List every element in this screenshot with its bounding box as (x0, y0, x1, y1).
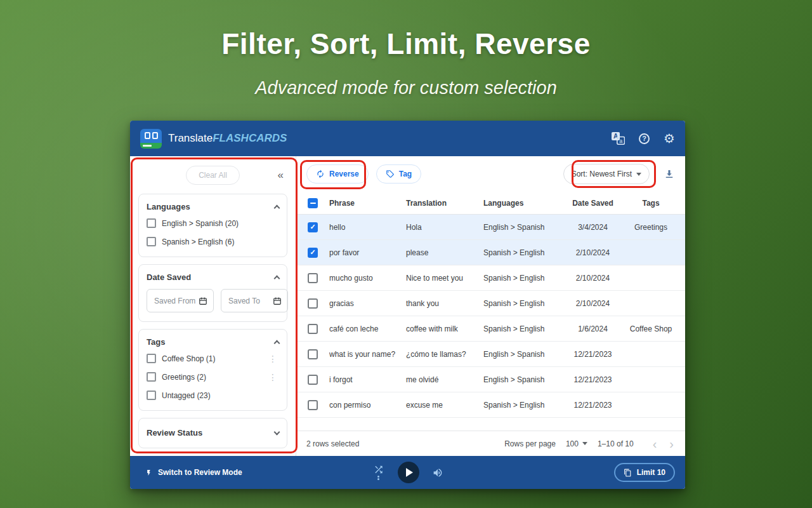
review-status-header[interactable]: Review Status (147, 426, 279, 440)
download-icon[interactable] (664, 168, 675, 180)
next-page-icon[interactable]: › (668, 438, 675, 450)
checkbox[interactable] (147, 237, 156, 246)
tag-button[interactable]: Tag (376, 164, 421, 184)
play-button[interactable] (398, 462, 419, 483)
tag-icon (386, 170, 395, 178)
row-checkbox[interactable]: ✓ (308, 222, 318, 232)
checkbox[interactable] (147, 391, 156, 400)
sidebar-top-controls: Clear All « (138, 165, 287, 185)
section-date-saved: Date Saved (138, 264, 287, 322)
languages-title: Languages (147, 202, 190, 211)
table-row[interactable]: café con lechecoffee with milkSpanish > … (296, 316, 685, 342)
reverse-label: Reverse (329, 170, 359, 178)
rows-per-page-label: Rows per page (504, 439, 556, 448)
tags-header[interactable]: Tags (147, 335, 279, 349)
calendar-icon[interactable] (199, 297, 207, 305)
row-checkbox[interactable] (308, 298, 318, 309)
table-row[interactable]: i forgotme olvidéEnglish > Spanish12/21/… (296, 367, 685, 392)
cell-languages: English > Spanish (483, 375, 564, 384)
switch-review-mode-button[interactable]: Switch to Review Mode (140, 468, 247, 478)
section-languages: Languages English > Spanish (20) Spanish… (138, 194, 287, 257)
tags-title: Tags (147, 337, 165, 347)
reverse-button[interactable]: Reverse (306, 164, 369, 184)
svg-text:a: a (619, 138, 622, 144)
review-status-title: Review Status (147, 428, 202, 438)
play-icon (406, 468, 413, 477)
select-all-checkbox[interactable] (308, 198, 318, 208)
saved-to-input[interactable] (227, 296, 273, 306)
date-saved-title: Date Saved (147, 272, 191, 282)
filter-tag-greetings[interactable]: Greetings (2) ⋮ (147, 368, 279, 386)
cell-phrase: hello (329, 223, 406, 232)
calendar-icon[interactable] (273, 297, 282, 305)
translate-icon[interactable]: A a (612, 132, 625, 145)
filter-sidebar: Clear All « Languages English > Spanish … (130, 156, 296, 456)
checkbox-label: Untagged (23) (162, 391, 211, 400)
column-header-date-saved: Date Saved (564, 199, 625, 208)
shuffle-indicator-dots (377, 475, 379, 481)
saved-from-input[interactable] (153, 296, 199, 306)
table-row[interactable]: what is your name?¿cómo te llamas?Englis… (296, 342, 685, 367)
cell-languages: Spanish > English (483, 248, 564, 257)
row-checkbox[interactable]: ✓ (308, 248, 318, 258)
row-checkbox[interactable] (308, 324, 318, 334)
table-row[interactable]: ✓por favorpleaseSpanish > English2/10/20… (296, 240, 685, 265)
more-options-icon[interactable]: ⋮ (266, 354, 279, 363)
brand-secondary: FLASHCARDS (213, 132, 287, 144)
row-checkbox[interactable] (308, 375, 318, 385)
cell-phrase: gracias (329, 299, 406, 308)
checkbox-label: English > Spanish (20) (162, 219, 239, 228)
cell-date-saved: 3/4/2024 (564, 223, 625, 232)
cell-languages: English > Spanish (483, 350, 564, 359)
settings-icon[interactable]: ⚙ (664, 132, 675, 145)
clear-all-button[interactable]: Clear All (186, 166, 240, 185)
row-checkbox[interactable] (308, 400, 318, 410)
filter-tag-coffee-shop[interactable]: Coffee Shop (1) ⋮ (147, 349, 279, 368)
app-logo (140, 129, 162, 149)
filter-tag-untagged[interactable]: Untagged (23) (147, 386, 279, 404)
checkbox[interactable] (147, 218, 156, 228)
help-icon[interactable]: ? (639, 133, 650, 144)
page-background: Filter, Sort, Limit, Reverse Advanced mo… (0, 0, 812, 508)
speaker-icon[interactable] (432, 467, 443, 478)
rows-per-page-select[interactable]: 100 (566, 439, 587, 448)
column-header-languages: Languages (483, 199, 564, 208)
caret-down-icon (582, 442, 587, 445)
cell-phrase: what is your name? (329, 350, 406, 359)
cell-languages: Spanish > English (483, 401, 564, 410)
review-mode-label: Switch to Review Mode (158, 468, 242, 477)
reverse-icon (316, 170, 325, 178)
pagination-controls: Rows per page 100 1–10 of 10 ‹ › (504, 438, 675, 450)
logo-glyphs (140, 129, 162, 143)
checkbox[interactable] (147, 372, 156, 382)
cell-date-saved: 12/21/2023 (564, 375, 625, 384)
table-row[interactable]: graciasthank youSpanish > English2/10/20… (296, 291, 685, 316)
checkbox[interactable] (147, 354, 156, 363)
column-header-translation: Translation (406, 199, 483, 208)
previous-page-icon[interactable]: ‹ (652, 438, 658, 450)
table-row[interactable]: con permisoexcuse meSpanish > English12/… (296, 392, 685, 418)
date-saved-header[interactable]: Date Saved (147, 271, 279, 284)
collapse-sidebar-icon[interactable]: « (278, 169, 284, 182)
cell-translation: me olvidé (406, 375, 483, 384)
filter-language-english-spanish[interactable]: English > Spanish (20) (147, 214, 279, 232)
sort-dropdown[interactable]: Sort: Newest First (563, 164, 650, 184)
languages-header[interactable]: Languages (147, 200, 279, 214)
table-row[interactable]: ✓helloHolaEnglish > Spanish3/4/2024Greet… (296, 215, 685, 240)
row-checkbox[interactable] (308, 273, 318, 283)
cell-translation: Nice to meet you (406, 274, 483, 283)
cell-date-saved: 2/10/2024 (564, 274, 625, 283)
cell-languages: Spanish > English (483, 299, 564, 308)
saved-from-field[interactable] (147, 289, 214, 312)
lightning-icon (145, 468, 152, 478)
more-options-icon[interactable]: ⋮ (266, 373, 279, 382)
row-checkbox[interactable] (308, 349, 318, 359)
appbar-actions: A a ? ⚙ (612, 132, 675, 145)
cell-date-saved: 2/10/2024 (564, 299, 625, 308)
table-row[interactable]: mucho gustoNice to meet youSpanish > Eng… (296, 265, 685, 291)
saved-to-field[interactable] (221, 289, 288, 312)
filter-language-spanish-english[interactable]: Spanish > English (6) (147, 232, 279, 251)
shuffle-icon[interactable] (372, 464, 385, 481)
cell-phrase: mucho gusto (329, 274, 406, 283)
limit-button[interactable]: Limit 10 (614, 463, 675, 482)
